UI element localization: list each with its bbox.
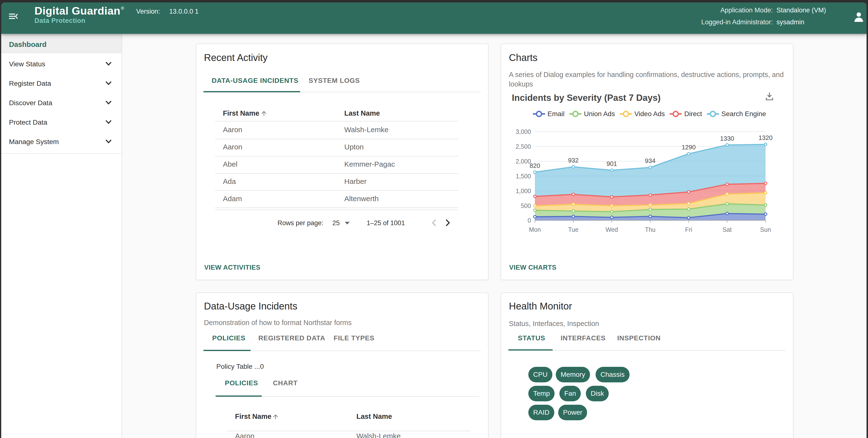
svg-text:Sun: Sun bbox=[760, 226, 771, 233]
svg-text:500: 500 bbox=[521, 202, 531, 209]
svg-text:2,500: 2,500 bbox=[516, 143, 531, 150]
svg-text:934: 934 bbox=[645, 157, 655, 165]
svg-text:Sat: Sat bbox=[722, 226, 732, 233]
svg-text:820: 820 bbox=[530, 162, 540, 169]
svg-text:Mon: Mon bbox=[529, 226, 541, 233]
svg-text:901: 901 bbox=[607, 160, 617, 167]
svg-text:1290: 1290 bbox=[682, 144, 695, 151]
svg-text:1330: 1330 bbox=[720, 135, 734, 142]
svg-text:932: 932 bbox=[568, 157, 579, 164]
svg-text:2,000: 2,000 bbox=[516, 158, 531, 165]
svg-text:1,000: 1,000 bbox=[516, 187, 531, 194]
svg-text:Fri: Fri bbox=[685, 226, 692, 233]
svg-text:Tue: Tue bbox=[568, 226, 578, 233]
svg-text:Thu: Thu bbox=[645, 226, 655, 233]
svg-text:1,500: 1,500 bbox=[516, 173, 531, 179]
svg-text:3,000: 3,000 bbox=[516, 128, 531, 135]
svg-text:Wed: Wed bbox=[606, 226, 618, 233]
svg-text:0: 0 bbox=[528, 217, 531, 224]
svg-text:1320: 1320 bbox=[758, 134, 773, 141]
